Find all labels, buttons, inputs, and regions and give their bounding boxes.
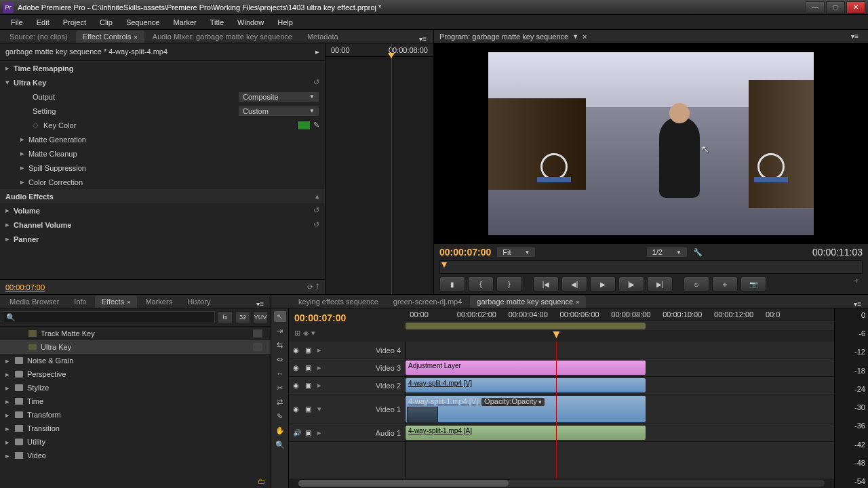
lock-icon[interactable]: ▣ bbox=[305, 346, 315, 354]
matte-cleanup-label[interactable]: Matte Cleanup bbox=[28, 150, 319, 158]
menu-title[interactable]: Title bbox=[203, 18, 231, 26]
close-tab-icon[interactable]: × bbox=[583, 33, 587, 41]
effect-folder-utility[interactable]: ▸Utility bbox=[0, 435, 271, 449]
key-color-swatch[interactable] bbox=[297, 121, 311, 130]
eyedropper-icon[interactable]: ✎ bbox=[313, 121, 319, 129]
twirl-icon[interactable]: ▸ bbox=[5, 220, 14, 229]
effects-search-input[interactable]: 🔍 bbox=[3, 311, 215, 323]
track-header-v1[interactable]: ◉▣▾Video 1 bbox=[289, 394, 405, 424]
razor-tool[interactable]: ✂ bbox=[274, 382, 286, 393]
track-header-v4[interactable]: ◉▣▸Video 4 bbox=[289, 342, 405, 359]
tab-keying-sequence[interactable]: keying effects sequence bbox=[292, 296, 385, 308]
eye-icon[interactable]: ◉ bbox=[293, 382, 302, 389]
effect-item-ultra-key[interactable]: Ultra Key bbox=[0, 340, 271, 354]
twirl-icon[interactable]: ▸ bbox=[20, 163, 28, 172]
rolling-edit-tool[interactable]: ⇔ bbox=[274, 354, 286, 365]
effect-folder-video[interactable]: ▸Video bbox=[0, 449, 271, 462]
slip-tool[interactable]: ⇄ bbox=[274, 396, 286, 407]
tab-history[interactable]: History bbox=[180, 296, 217, 308]
add-button-icon[interactable]: + bbox=[850, 277, 863, 291]
zoom-tool[interactable]: 🔍 bbox=[274, 439, 286, 450]
new-bin-icon[interactable]: 🗀 bbox=[258, 477, 265, 485]
yuv-filter-button[interactable]: YUV bbox=[253, 311, 268, 323]
setting-dropdown[interactable]: Custom▼ bbox=[238, 106, 319, 117]
pen-tool[interactable]: ✎ bbox=[274, 411, 286, 422]
menu-marker[interactable]: Marker bbox=[166, 18, 203, 26]
reset-icon[interactable]: ↺ bbox=[313, 78, 319, 87]
tab-garbage-matte[interactable]: garbage matte key sequence× bbox=[470, 296, 586, 308]
tab-markers[interactable]: Markers bbox=[138, 296, 179, 308]
resolution-dropdown[interactable]: 1/2▼ bbox=[646, 247, 688, 258]
close-button[interactable]: ✕ bbox=[846, 1, 865, 14]
zoom-icon[interactable]: ⟳ ⤴ bbox=[307, 283, 319, 291]
clip-split-4[interactable]: 4-way-split-4.mp4 [V] bbox=[406, 378, 646, 392]
lock-icon[interactable]: ▣ bbox=[305, 429, 315, 436]
32bit-filter-button[interactable]: 32 bbox=[235, 311, 250, 323]
in-point-button[interactable]: { bbox=[468, 277, 494, 291]
clip-audio-1[interactable]: 4-way-split-1.mp4 [A] bbox=[406, 426, 646, 440]
zoom-fit-dropdown[interactable]: Fit▼ bbox=[496, 247, 536, 258]
panel-menu-icon[interactable]: ▾≡ bbox=[252, 300, 268, 308]
settings-icon[interactable]: 🔧 bbox=[693, 248, 703, 257]
effect-folder-time[interactable]: ▸Time bbox=[0, 394, 271, 408]
effect-timeline[interactable]: 00:0000:00:08:00 bbox=[326, 43, 433, 294]
panel-menu-icon[interactable]: ▾≡ bbox=[415, 35, 431, 43]
mark-in-button[interactable]: ▮ bbox=[439, 277, 465, 291]
clip-adjustment-layer[interactable]: Adjustment Layer bbox=[406, 361, 646, 375]
menu-project[interactable]: Project bbox=[56, 18, 93, 26]
effect-folder-transition[interactable]: ▸Transition bbox=[0, 422, 271, 435]
marker-icon[interactable]: ◈ bbox=[303, 329, 309, 338]
spill-suppression-label[interactable]: Spill Suppression bbox=[28, 164, 319, 172]
selection-tool[interactable]: ↖ bbox=[274, 311, 286, 322]
reset-icon[interactable]: ↺ bbox=[313, 220, 319, 229]
goto-out-button[interactable]: ▶| bbox=[647, 277, 673, 291]
effect-folder-perspective[interactable]: ▸Perspective bbox=[0, 367, 271, 381]
tab-metadata[interactable]: Metadata bbox=[300, 30, 345, 43]
menu-help[interactable]: Help bbox=[271, 18, 300, 26]
accelerated-filter-button[interactable]: fx bbox=[218, 311, 233, 323]
program-in-timecode[interactable]: 00:00:07:00 bbox=[439, 247, 491, 258]
tab-source[interactable]: Source: (no clips) bbox=[3, 30, 75, 43]
ripple-edit-tool[interactable]: ⇆ bbox=[274, 340, 286, 350]
twirl-icon[interactable]: ▸ bbox=[5, 64, 14, 73]
eye-icon[interactable]: ◉ bbox=[293, 405, 302, 413]
lift-button[interactable]: ⎋ bbox=[684, 277, 709, 291]
work-area-bar[interactable] bbox=[406, 321, 834, 330]
eye-icon[interactable]: ◉ bbox=[293, 346, 302, 354]
goto-in-button[interactable]: |◀ bbox=[533, 277, 559, 291]
timeline-timecode[interactable]: 00:00:07:00 bbox=[294, 312, 400, 323]
lock-icon[interactable]: ▣ bbox=[305, 382, 315, 389]
menu-window[interactable]: Window bbox=[231, 18, 271, 26]
effect-item-track-matte[interactable]: Track Matte Key bbox=[0, 327, 271, 340]
speaker-icon[interactable]: 🔊 bbox=[293, 429, 302, 436]
twirl-icon[interactable]: ▾ bbox=[5, 78, 14, 87]
timeline-ruler[interactable]: 00:00 00:00:02:00 00:00:04:00 00:00:06:0… bbox=[406, 308, 834, 321]
twirl-icon[interactable]: ▸ bbox=[20, 149, 28, 158]
time-remapping-label[interactable]: Time Remapping bbox=[14, 64, 319, 73]
reset-icon[interactable]: ↺ bbox=[313, 206, 319, 215]
menu-clip[interactable]: Clip bbox=[93, 18, 119, 26]
scrubber-playhead[interactable] bbox=[441, 262, 447, 268]
channel-volume-label[interactable]: Channel Volume bbox=[14, 221, 313, 229]
extract-button[interactable]: ⎆ bbox=[712, 277, 738, 291]
matte-generation-label[interactable]: Matte Generation bbox=[28, 136, 319, 144]
tab-effects[interactable]: Effects× bbox=[95, 296, 138, 308]
twirl-icon[interactable]: ▸ bbox=[5, 206, 14, 215]
program-dropdown-icon[interactable]: ▼ bbox=[572, 33, 578, 40]
twirl-icon[interactable]: ▸ bbox=[20, 178, 28, 186]
clip-split-1[interactable]: 4-way-split-1.mp4 [V] Opacity:Opacity ▾ bbox=[406, 396, 646, 422]
tab-green-screen[interactable]: green-screen-dj.mp4 bbox=[387, 296, 469, 308]
track-header-a1[interactable]: 🔊▣▸Audio 1 bbox=[289, 424, 405, 442]
eye-icon[interactable]: ◉ bbox=[293, 364, 302, 371]
timeline-track-area[interactable]: Adjustment Layer 4-way-split-4.mp4 [V] 4… bbox=[406, 342, 834, 479]
menu-sequence[interactable]: Sequence bbox=[119, 18, 167, 26]
current-timecode[interactable]: 00:00:07:00 bbox=[5, 283, 45, 291]
snap-icon[interactable]: ⊞ bbox=[294, 329, 300, 338]
panner-label[interactable]: Panner bbox=[14, 235, 319, 243]
effect-folder-stylize[interactable]: ▸Stylize bbox=[0, 381, 271, 394]
tab-audio-mixer[interactable]: Audio Mixer: garbage matte key sequence bbox=[146, 30, 299, 43]
tab-info[interactable]: Info bbox=[67, 296, 93, 308]
program-scrubber[interactable] bbox=[439, 260, 863, 274]
twirl-icon[interactable]: ▸ bbox=[5, 235, 14, 243]
step-back-button[interactable]: ◀| bbox=[561, 277, 587, 291]
